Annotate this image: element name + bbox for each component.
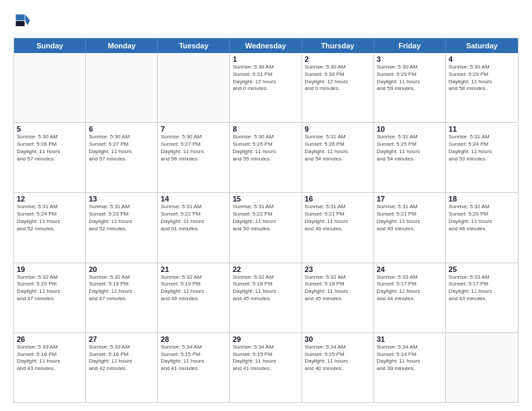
cal-row-2: 12Sunrise: 5:31 AM Sunset: 5:24 PM Dayli…: [14, 192, 518, 262]
day-number: 5: [17, 125, 83, 133]
cal-cell-19: 19Sunrise: 5:32 AM Sunset: 5:20 PM Dayli…: [14, 263, 86, 332]
cell-info: Sunrise: 5:31 AM Sunset: 5:25 PM Dayligh…: [377, 134, 443, 163]
cal-cell-7: 7Sunrise: 5:30 AM Sunset: 5:27 PM Daylig…: [158, 123, 230, 192]
cal-header-friday: Friday: [374, 38, 446, 53]
day-number: 8: [232, 125, 298, 133]
cal-cell-31: 31Sunrise: 5:34 AM Sunset: 5:14 PM Dayli…: [374, 333, 446, 402]
cal-cell-empty: [14, 53, 86, 122]
cell-info: Sunrise: 5:33 AM Sunset: 5:16 PM Dayligh…: [89, 344, 154, 373]
svg-marker-1: [26, 20, 30, 25]
cal-cell-8: 8Sunrise: 5:30 AM Sunset: 5:26 PM Daylig…: [230, 123, 302, 192]
cal-cell-18: 18Sunrise: 5:32 AM Sunset: 5:20 PM Dayli…: [446, 193, 518, 262]
cell-info: Sunrise: 5:30 AM Sunset: 5:31 PM Dayligh…: [232, 64, 298, 93]
day-number: 9: [305, 125, 371, 133]
day-number: 30: [305, 335, 371, 343]
svg-rect-3: [16, 21, 25, 26]
cell-info: Sunrise: 5:32 AM Sunset: 5:20 PM Dayligh…: [17, 274, 83, 303]
cell-info: Sunrise: 5:32 AM Sunset: 5:19 PM Dayligh…: [161, 274, 226, 303]
cell-info: Sunrise: 5:32 AM Sunset: 5:20 PM Dayligh…: [449, 203, 515, 232]
day-number: 7: [161, 125, 226, 133]
day-number: 19: [17, 265, 83, 273]
day-number: 25: [449, 265, 515, 273]
cal-header-wednesday: Wednesday: [230, 38, 302, 53]
cal-cell-empty: [86, 53, 158, 122]
cal-cell-15: 15Sunrise: 5:31 AM Sunset: 5:22 PM Dayli…: [230, 193, 302, 262]
cal-cell-29: 29Sunrise: 5:34 AM Sunset: 5:15 PM Dayli…: [230, 333, 302, 402]
day-number: 18: [449, 195, 515, 203]
cell-info: Sunrise: 5:31 AM Sunset: 5:21 PM Dayligh…: [305, 203, 371, 232]
cell-info: Sunrise: 5:34 AM Sunset: 5:15 PM Dayligh…: [161, 344, 226, 373]
day-number: 16: [305, 195, 371, 203]
cal-cell-9: 9Sunrise: 5:31 AM Sunset: 5:26 PM Daylig…: [302, 123, 374, 192]
day-number: 20: [89, 265, 154, 273]
cell-info: Sunrise: 5:31 AM Sunset: 5:26 PM Dayligh…: [305, 134, 371, 163]
cal-cell-4: 4Sunrise: 5:30 AM Sunset: 5:29 PM Daylig…: [446, 53, 518, 122]
cell-info: Sunrise: 5:30 AM Sunset: 5:26 PM Dayligh…: [232, 134, 298, 163]
cell-info: Sunrise: 5:30 AM Sunset: 5:28 PM Dayligh…: [17, 134, 83, 163]
cal-cell-14: 14Sunrise: 5:31 AM Sunset: 5:22 PM Dayli…: [158, 193, 230, 262]
page: SundayMondayTuesdayWednesdayThursdayFrid…: [0, 0, 532, 411]
cal-cell-1: 1Sunrise: 5:30 AM Sunset: 5:31 PM Daylig…: [230, 53, 302, 122]
day-number: 1: [232, 55, 298, 63]
cal-header-saturday: Saturday: [446, 38, 518, 53]
cell-info: Sunrise: 5:34 AM Sunset: 5:15 PM Dayligh…: [232, 344, 298, 373]
day-number: 28: [161, 335, 226, 343]
cal-row-1: 5Sunrise: 5:30 AM Sunset: 5:28 PM Daylig…: [14, 122, 518, 192]
cal-cell-10: 10Sunrise: 5:31 AM Sunset: 5:25 PM Dayli…: [374, 123, 446, 192]
calendar-header-row: SundayMondayTuesdayWednesdayThursdayFrid…: [14, 38, 518, 53]
calendar: SundayMondayTuesdayWednesdayThursdayFrid…: [13, 38, 519, 403]
cal-row-4: 26Sunrise: 5:33 AM Sunset: 5:16 PM Dayli…: [14, 332, 518, 402]
cell-info: Sunrise: 5:31 AM Sunset: 5:24 PM Dayligh…: [17, 203, 83, 232]
cal-header-tuesday: Tuesday: [158, 38, 230, 53]
cell-info: Sunrise: 5:34 AM Sunset: 5:15 PM Dayligh…: [305, 344, 371, 373]
cal-header-monday: Monday: [86, 38, 158, 53]
day-number: 15: [232, 195, 298, 203]
cell-info: Sunrise: 5:33 AM Sunset: 5:17 PM Dayligh…: [377, 274, 443, 303]
cal-cell-21: 21Sunrise: 5:32 AM Sunset: 5:19 PM Dayli…: [158, 263, 230, 332]
cal-cell-11: 11Sunrise: 5:31 AM Sunset: 5:24 PM Dayli…: [446, 123, 518, 192]
cal-cell-13: 13Sunrise: 5:31 AM Sunset: 5:23 PM Dayli…: [86, 193, 158, 262]
day-number: 29: [232, 335, 298, 343]
cal-row-3: 19Sunrise: 5:32 AM Sunset: 5:20 PM Dayli…: [14, 263, 518, 332]
cell-info: Sunrise: 5:34 AM Sunset: 5:14 PM Dayligh…: [377, 344, 443, 373]
cell-info: Sunrise: 5:30 AM Sunset: 5:27 PM Dayligh…: [89, 134, 154, 163]
cal-cell-empty: [158, 53, 230, 122]
cal-cell-3: 3Sunrise: 5:30 AM Sunset: 5:29 PM Daylig…: [374, 53, 446, 122]
logo-icon: [13, 12, 32, 31]
cell-info: Sunrise: 5:31 AM Sunset: 5:23 PM Dayligh…: [89, 203, 154, 232]
svg-rect-2: [16, 15, 25, 21]
cell-info: Sunrise: 5:32 AM Sunset: 5:18 PM Dayligh…: [305, 274, 371, 303]
cal-cell-30: 30Sunrise: 5:34 AM Sunset: 5:15 PM Dayli…: [302, 333, 374, 402]
day-number: 13: [89, 195, 154, 203]
cal-cell-26: 26Sunrise: 5:33 AM Sunset: 5:16 PM Dayli…: [14, 333, 86, 402]
cal-cell-5: 5Sunrise: 5:30 AM Sunset: 5:28 PM Daylig…: [14, 123, 86, 192]
day-number: 21: [161, 265, 226, 273]
cal-cell-28: 28Sunrise: 5:34 AM Sunset: 5:15 PM Dayli…: [158, 333, 230, 402]
day-number: 24: [377, 265, 443, 273]
cal-cell-2: 2Sunrise: 5:30 AM Sunset: 5:30 PM Daylig…: [302, 53, 374, 122]
day-number: 27: [89, 335, 154, 343]
cell-info: Sunrise: 5:31 AM Sunset: 5:22 PM Dayligh…: [161, 203, 226, 232]
cell-info: Sunrise: 5:32 AM Sunset: 5:18 PM Dayligh…: [232, 274, 298, 303]
day-number: 6: [89, 125, 154, 133]
day-number: 26: [17, 335, 83, 343]
cal-cell-25: 25Sunrise: 5:33 AM Sunset: 5:17 PM Dayli…: [446, 263, 518, 332]
day-number: 10: [377, 125, 443, 133]
day-number: 4: [449, 55, 515, 63]
cal-cell-20: 20Sunrise: 5:32 AM Sunset: 5:19 PM Dayli…: [86, 263, 158, 332]
cal-row-0: 1Sunrise: 5:30 AM Sunset: 5:31 PM Daylig…: [14, 53, 518, 122]
day-number: 2: [305, 55, 371, 63]
cell-info: Sunrise: 5:31 AM Sunset: 5:21 PM Dayligh…: [377, 203, 443, 232]
cal-cell-12: 12Sunrise: 5:31 AM Sunset: 5:24 PM Dayli…: [14, 193, 86, 262]
cell-info: Sunrise: 5:32 AM Sunset: 5:19 PM Dayligh…: [89, 274, 154, 303]
cal-header-thursday: Thursday: [302, 38, 374, 53]
day-number: 14: [161, 195, 226, 203]
cal-header-sunday: Sunday: [14, 38, 86, 53]
day-number: 3: [377, 55, 443, 63]
cal-cell-24: 24Sunrise: 5:33 AM Sunset: 5:17 PM Dayli…: [374, 263, 446, 332]
cell-info: Sunrise: 5:30 AM Sunset: 5:30 PM Dayligh…: [305, 64, 371, 93]
logo: [13, 12, 35, 31]
day-number: 23: [305, 265, 371, 273]
cal-cell-6: 6Sunrise: 5:30 AM Sunset: 5:27 PM Daylig…: [86, 123, 158, 192]
cell-info: Sunrise: 5:31 AM Sunset: 5:22 PM Dayligh…: [232, 203, 298, 232]
